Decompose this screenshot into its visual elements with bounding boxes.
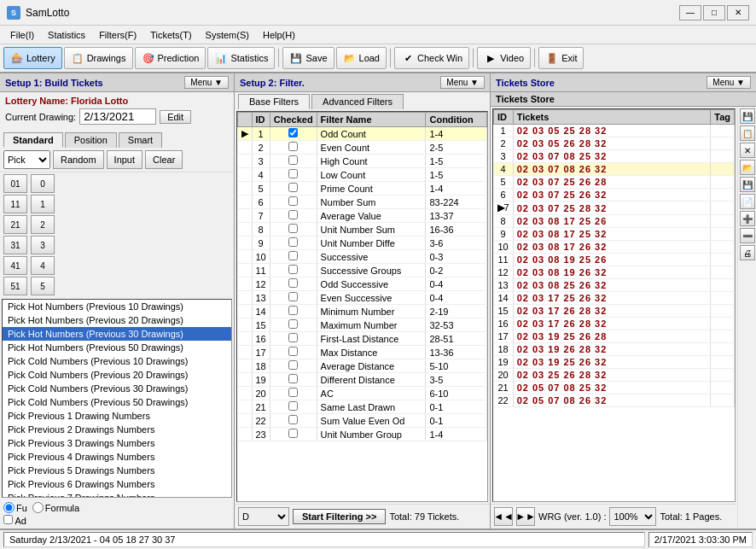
- filter-row[interactable]: 11 Successive Groups 0-2: [238, 264, 487, 277]
- ticket-row[interactable]: 10 02 03 08 17 26 32: [494, 241, 735, 254]
- close-button[interactable]: ✕: [727, 5, 749, 20]
- ad-checkbox[interactable]: [3, 515, 13, 524]
- filter-checkbox[interactable]: [288, 237, 298, 247]
- filter-checkbox[interactable]: [288, 265, 298, 274]
- sidebar-save-btn[interactable]: 💾: [740, 108, 755, 124]
- filter-check-cell[interactable]: [270, 428, 317, 441]
- toolbar-lottery[interactable]: 🎰 Lottery: [3, 47, 62, 69]
- filter-row[interactable]: 14 Minimum Number 2-19: [238, 305, 487, 318]
- radio-fu-label[interactable]: Fu: [3, 502, 27, 513]
- filter-row[interactable]: 10 Successive 0-3: [238, 250, 487, 264]
- list-item[interactable]: Pick Previous 4 Drawings Numbers: [3, 450, 231, 464]
- list-item[interactable]: Pick Previous 6 Drawings Numbers: [3, 477, 231, 491]
- minimize-button[interactable]: —: [679, 5, 701, 20]
- num-btn-51[interactable]: 51: [3, 277, 27, 295]
- ticket-row[interactable]: 18 02 03 19 26 28 32: [494, 343, 735, 356]
- filter-check-cell[interactable]: [270, 332, 317, 346]
- filter-row[interactable]: 15 Maximum Number 32-53: [238, 318, 487, 332]
- filter-row[interactable]: ▶ 1 Odd Count 1-4: [238, 127, 487, 141]
- toolbar-prediction[interactable]: 🎯 Prediction: [135, 47, 206, 69]
- filter-row[interactable]: 19 Different Distance 3-5: [238, 373, 487, 387]
- toolbar-video[interactable]: ▶ Video: [477, 47, 531, 69]
- middle-panel-menu-button[interactable]: Menu ▼: [440, 76, 485, 89]
- filter-checkbox[interactable]: [288, 319, 298, 329]
- filter-check-cell[interactable]: [270, 414, 317, 428]
- tickets-table-wrap[interactable]: ID Tickets Tag 1 02 03 05 25 28 32 2 02 …: [492, 108, 736, 502]
- sidebar-remove-btn[interactable]: ➖: [740, 228, 755, 243]
- tickets-panel-menu-button[interactable]: Menu ▼: [707, 76, 751, 89]
- filter-row[interactable]: 20 AC 6-10: [238, 387, 487, 400]
- filter-row[interactable]: 4 Low Count 1-5: [238, 168, 487, 182]
- ticket-row[interactable]: 9 02 03 08 17 25 32: [494, 228, 735, 241]
- sidebar-print-btn[interactable]: 🖨: [740, 245, 755, 260]
- filter-check-cell[interactable]: [270, 277, 317, 291]
- filter-row[interactable]: 6 Number Sum 83-224: [238, 196, 487, 209]
- num-btn-0[interactable]: 0: [31, 174, 55, 193]
- tab-base-filters[interactable]: Base Filters: [238, 94, 310, 109]
- filter-row[interactable]: 7 Average Value 13-37: [238, 209, 487, 223]
- filter-checkbox[interactable]: [288, 292, 298, 301]
- filter-checkbox[interactable]: [288, 142, 298, 151]
- toolbar-save[interactable]: 💾 Save: [282, 47, 334, 69]
- input-button[interactable]: Input: [107, 150, 142, 169]
- radio-fu[interactable]: [3, 502, 15, 513]
- pick-dropdown[interactable]: Pick: [3, 150, 50, 169]
- nav-next-button[interactable]: ►►: [516, 507, 535, 526]
- list-item[interactable]: Pick Cold Numbers (Previous 10 Drawings): [3, 354, 231, 368]
- ticket-row[interactable]: 19 02 03 19 25 26 32: [494, 356, 735, 369]
- filter-checkbox[interactable]: [288, 374, 298, 383]
- filter-checkbox[interactable]: [288, 306, 298, 315]
- list-item[interactable]: Pick Previous 3 Drawings Numbers: [3, 436, 231, 450]
- filter-checkbox[interactable]: [288, 278, 298, 288]
- radio-formula-label[interactable]: Formula: [32, 502, 79, 513]
- num-btn-11[interactable]: 11: [3, 195, 27, 213]
- toolbar-statistics[interactable]: 📊 Statistics: [207, 47, 275, 69]
- filter-row[interactable]: 3 High Count 1-5: [238, 155, 487, 168]
- num-btn-01[interactable]: 01: [3, 174, 27, 193]
- filter-checkbox[interactable]: [288, 169, 298, 178]
- toolbar-load[interactable]: 📂 Load: [336, 47, 387, 69]
- sidebar-save2-btn[interactable]: 💾: [740, 177, 755, 192]
- filter-row[interactable]: 16 First-Last Distance 28-51: [238, 332, 487, 346]
- filter-table-wrap[interactable]: ID Checked Filter Name Condition ▶ 1 Odd…: [236, 111, 488, 502]
- filter-checkbox[interactable]: [288, 210, 298, 219]
- num-btn-5[interactable]: 5: [31, 277, 55, 295]
- ticket-row[interactable]: 20 02 03 25 26 28 32: [494, 369, 735, 382]
- tab-standard[interactable]: Standard: [3, 132, 63, 148]
- filter-row[interactable]: 2 Even Count 2-5: [238, 141, 487, 155]
- ticket-row[interactable]: 15 02 03 17 26 28 32: [494, 305, 735, 318]
- filter-check-cell[interactable]: [270, 373, 317, 387]
- ticket-row[interactable]: 1 02 03 05 25 28 32: [494, 125, 735, 137]
- ticket-row[interactable]: 22 02 05 07 08 26 32: [494, 394, 735, 407]
- left-panel-menu-button[interactable]: Menu ▼: [184, 76, 229, 89]
- filter-check-cell[interactable]: [270, 141, 317, 155]
- toolbar-exit[interactable]: 🚪 Exit: [538, 47, 584, 69]
- toolbar-checkwin[interactable]: ✔ Check Win: [394, 47, 469, 69]
- tab-smart[interactable]: Smart: [119, 132, 162, 148]
- filter-row[interactable]: 8 Unit Number Sum 16-36: [238, 223, 487, 237]
- filter-row[interactable]: 17 Max Distance 13-36: [238, 346, 487, 359]
- menu-statistics[interactable]: Statistics: [41, 28, 92, 42]
- filter-check-cell[interactable]: [270, 196, 317, 209]
- tab-position[interactable]: Position: [65, 132, 117, 148]
- random-button[interactable]: Random: [53, 150, 104, 169]
- zoom-select[interactable]: 100%: [609, 507, 656, 526]
- start-filtering-button[interactable]: Start Filtering >>: [293, 509, 386, 524]
- filter-checkbox[interactable]: [288, 196, 298, 206]
- list-area[interactable]: Pick Hot Numbers (Previous 10 Drawings)P…: [2, 299, 232, 498]
- sidebar-delete-btn[interactable]: ✕: [740, 143, 755, 158]
- filter-checkbox[interactable]: [288, 360, 298, 370]
- list-item[interactable]: Pick Previous 7 Drawings Numbers: [3, 491, 231, 498]
- filter-check-cell[interactable]: [270, 168, 317, 182]
- radio-formula[interactable]: [32, 502, 44, 513]
- num-btn-3[interactable]: 3: [31, 236, 55, 254]
- filter-check-cell[interactable]: [270, 387, 317, 400]
- nav-prev-button[interactable]: ◄◄: [494, 507, 513, 526]
- filter-check-cell[interactable]: [270, 359, 317, 373]
- num-btn-4[interactable]: 4: [31, 256, 55, 275]
- num-btn-41[interactable]: 41: [3, 256, 27, 275]
- filter-row[interactable]: 9 Unit Number Diffe 3-6: [238, 237, 487, 250]
- list-item[interactable]: Pick Hot Numbers (Previous 20 Drawings): [3, 313, 231, 327]
- ticket-row[interactable]: 21 02 05 07 08 25 32: [494, 382, 735, 394]
- filter-checkbox[interactable]: [288, 401, 298, 411]
